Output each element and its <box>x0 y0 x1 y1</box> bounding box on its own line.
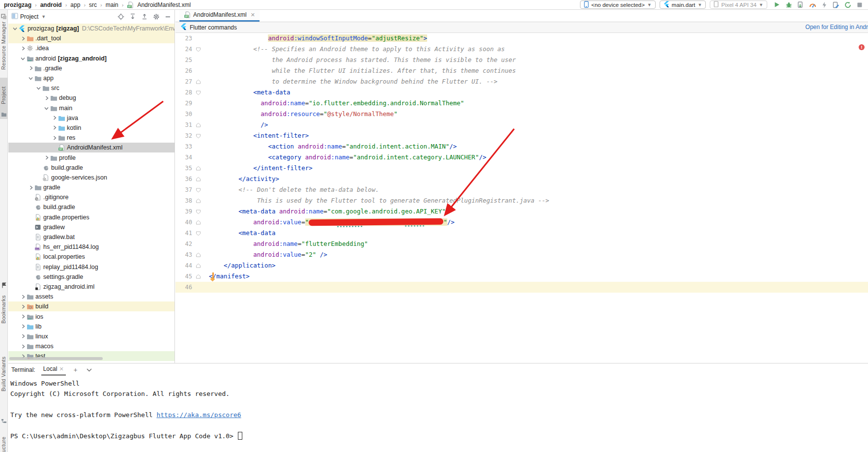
line-number[interactable]: 36 <box>175 174 194 184</box>
fold-end-icon[interactable] <box>194 76 202 87</box>
code-line-27[interactable]: 27to determine the Window background beh… <box>175 76 868 87</box>
tree-item--gitignore[interactable]: .gitignore <box>8 192 174 202</box>
tree-item-res[interactable]: res <box>8 133 174 143</box>
stripe-tab-project[interactable]: Project <box>0 78 8 119</box>
line-number[interactable]: 31 <box>175 120 194 130</box>
app-inspection-button[interactable] <box>844 1 851 8</box>
code-line-29[interactable]: 29android:name="io.flutter.embedding.and… <box>175 98 868 109</box>
tree-item-kotlin[interactable]: kotlin <box>8 123 174 133</box>
chevron-right-icon[interactable] <box>43 154 50 161</box>
line-number[interactable]: 41 <box>175 228 194 239</box>
tree-item-gradle[interactable]: gradle <box>8 182 174 192</box>
tree-item-local-properties[interactable]: local.properties <box>8 252 174 262</box>
chevron-down-icon[interactable] <box>86 366 93 373</box>
line-number[interactable]: 33 <box>175 141 194 152</box>
chevron-right-icon[interactable] <box>19 313 27 320</box>
new-terminal-button[interactable]: ＋ <box>72 365 80 374</box>
code-line-25[interactable]: 25the Android process has started. This … <box>175 55 868 65</box>
line-number[interactable]: 29 <box>175 98 194 109</box>
line-number[interactable]: 23 <box>175 33 194 44</box>
terminal-link[interactable]: https://aka.ms/pscore6 <box>156 411 241 419</box>
line-number[interactable]: 26 <box>175 65 194 76</box>
line-number[interactable]: 37 <box>175 184 194 195</box>
tree-item--idea[interactable]: .idea <box>8 43 174 53</box>
code-line-38[interactable]: 38This is used by the Flutter tool to ge… <box>175 195 868 206</box>
tree-item-androidmanifest-xml[interactable]: MFAndroidManifest.xml <box>8 143 174 152</box>
chevron-right-icon[interactable] <box>19 323 27 330</box>
fold-start-icon[interactable] <box>194 206 202 217</box>
line-number[interactable]: 35 <box>175 163 194 174</box>
debug-button[interactable] <box>785 1 792 8</box>
hide-panel-button[interactable] <box>165 13 172 20</box>
stripe-tab-structure[interactable]: Structure <box>0 426 7 452</box>
code-line-33[interactable]: 33<action android:name="android.intent.a… <box>175 141 868 152</box>
code-line-36[interactable]: 36</activity> <box>175 174 868 184</box>
tree-item-android[interactable]: android[zigzag_android] <box>8 54 174 63</box>
code-line-39[interactable]: 39<meta-data android:name="com.google.an… <box>175 206 868 217</box>
close-icon[interactable]: ✕ <box>251 12 255 18</box>
bookmark-flag-icon[interactable] <box>1 281 7 287</box>
tree-item--gradle[interactable]: .gradle <box>8 63 174 73</box>
code-line-35[interactable]: 35</intent-filter> <box>175 163 868 174</box>
close-icon[interactable]: ✕ <box>59 366 63 372</box>
breadcrumb-item-prozigzag[interactable]: prozigzag <box>4 1 31 8</box>
tree-item-gradlew[interactable]: gradlew <box>8 222 174 232</box>
fold-end-icon[interactable] <box>194 120 202 130</box>
tree-item-debug[interactable]: debug <box>8 93 174 103</box>
code-line-32[interactable]: 32<intent-filter> <box>175 130 868 141</box>
tree-item-build-gradle[interactable]: build.gradle <box>8 202 174 212</box>
line-number[interactable]: 24 <box>175 44 194 55</box>
settings-gear-icon[interactable] <box>153 13 160 20</box>
tree-item-zigzag-android-iml[interactable]: zigzag_android.iml <box>8 282 174 292</box>
code-line-23[interactable]: 23android:windowSoftInputMode="adjustRes… <box>175 33 868 44</box>
chevron-down-icon[interactable] <box>35 85 42 92</box>
tree-item-gradlew-bat[interactable]: gradlew.bat <box>8 232 174 242</box>
fold-start-icon[interactable] <box>194 44 202 55</box>
profiler-button[interactable] <box>809 1 816 8</box>
attach-debugger-button[interactable] <box>797 1 804 8</box>
tree-item-macos[interactable]: macos <box>8 341 174 351</box>
breadcrumb-item-app[interactable]: app <box>70 1 80 8</box>
fold-end-icon[interactable] <box>194 260 202 271</box>
tree-item-build[interactable]: build <box>8 301 174 311</box>
code-area[interactable]: 23android:windowSoftInputMode="adjustRes… <box>175 33 868 363</box>
select-opened-file-button[interactable] <box>117 13 124 20</box>
tab-androidmanifest[interactable]: MF AndroidManifest.xml ✕ <box>179 10 260 22</box>
code-line-34[interactable]: 34<category android:name="android.intent… <box>175 152 868 163</box>
chevron-right-icon[interactable] <box>51 134 58 142</box>
code-line-41[interactable]: 41<meta-data <box>175 228 868 239</box>
line-number[interactable]: 30 <box>175 109 194 120</box>
project-panel-title[interactable]: Project <box>20 13 38 20</box>
chevron-right-icon[interactable] <box>43 94 50 102</box>
open-for-editing-link[interactable]: Open for Editing in Andr <box>806 24 868 30</box>
code-line-44[interactable]: 44</application> <box>175 260 868 271</box>
tree-item-settings-gradle[interactable]: settings.gradle <box>8 272 174 282</box>
breadcrumb-item-main[interactable]: main <box>106 1 118 8</box>
stop-button[interactable] <box>856 1 863 8</box>
line-number[interactable]: 46 <box>175 282 194 293</box>
tree-item--dart-tool[interactable]: .dart_tool <box>8 33 174 43</box>
stripe-tab-bookmarks[interactable]: Bookmarks <box>0 288 7 331</box>
fold-end-icon[interactable] <box>194 174 202 184</box>
breadcrumb-item-android[interactable]: android <box>40 1 62 8</box>
chevron-right-icon[interactable] <box>19 35 27 42</box>
chevron-right-icon[interactable] <box>51 124 58 131</box>
tree-item-profile[interactable]: profile <box>8 152 174 162</box>
device-selector[interactable]: <no device selected> ▼ <box>580 0 656 9</box>
terminal-tab-local[interactable]: Local ✕ <box>41 363 66 376</box>
terminal-prompt[interactable]: PS C:\Users\admin\Desktop\Zigzagbus Flut… <box>10 431 868 441</box>
tree-item-lib[interactable]: lib <box>8 322 174 331</box>
line-number[interactable]: 32 <box>175 130 194 141</box>
tree-item-prozigzag[interactable]: prozigzag[zigzag]D:\CSCodeTech\MyFramwor… <box>8 24 174 33</box>
line-number[interactable]: 42 <box>175 239 194 249</box>
tree-item-gradle-properties[interactable]: gradle.properties <box>8 212 174 222</box>
code-line-42[interactable]: 42android:name="flutterEmbedding" <box>175 239 868 249</box>
chevron-right-icon[interactable] <box>19 303 27 310</box>
layout-inspector-button[interactable] <box>832 1 839 8</box>
chevron-down-icon[interactable]: ▼ <box>41 14 46 19</box>
code-line-45[interactable]: 45</manifest> <box>175 271 868 282</box>
fold-start-icon[interactable] <box>194 130 202 141</box>
run-config-selector[interactable]: main.dart ▼ <box>660 0 706 9</box>
tree-item-hs-err-pid11484-log[interactable]: C++hs_err_pid11484.log <box>8 242 174 252</box>
tree-item-app[interactable]: app <box>8 73 174 83</box>
